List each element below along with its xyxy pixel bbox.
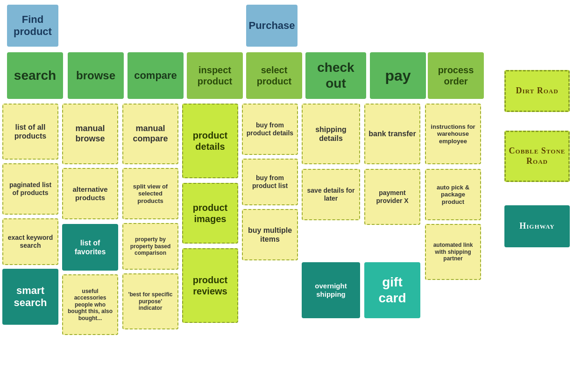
buy-multiple: buy multiple items — [242, 209, 298, 260]
save-details-later: save details for later — [302, 169, 360, 220]
bank-transfer: bank transfer — [364, 104, 420, 164]
buy-from-list: buy from product list — [242, 159, 298, 205]
inspect-product: inspect product — [187, 52, 243, 99]
browse: browse — [68, 52, 124, 99]
process-order: process order — [428, 52, 484, 99]
payment-provider: payment provider X — [364, 169, 420, 225]
compare: compare — [128, 52, 184, 99]
highway: Highway — [504, 205, 570, 247]
find-product: Find product — [7, 5, 58, 47]
gift-card: gift card — [364, 262, 420, 318]
list-all-products: list of all products — [2, 104, 58, 160]
best-purpose: 'best for specific purpose' indicator — [122, 273, 178, 329]
product-reviews: product reviews — [182, 248, 238, 323]
paginated-list: paginated list of products — [2, 163, 58, 215]
automated-link: automated link with shipping partner — [425, 224, 481, 280]
check-out: check out — [305, 52, 366, 99]
property-comparison: property by property based comparison — [122, 223, 178, 270]
auto-pick-package: auto pick & package product — [425, 169, 481, 220]
pay: pay — [370, 52, 426, 99]
alternative-products: alternative products — [62, 168, 118, 219]
exact-keyword: exact keyword search — [2, 218, 58, 265]
cobble-stone-road: Cobble Stone Road — [504, 131, 570, 182]
shipping-details: shipping details — [302, 104, 360, 164]
purchase: Purchase — [246, 5, 298, 47]
instructions-warehouse: instructions for warehouse employee — [425, 104, 481, 164]
split-view: split view of selected products — [122, 168, 178, 219]
accessories: useful accessories people who bought thi… — [62, 274, 118, 335]
list-favorites: list of favorites — [62, 224, 118, 271]
board: Find productPurchasesearchbrowsecomparei… — [0, 0, 588, 370]
select-product: select product — [246, 52, 302, 99]
buy-from-details: buy from product details — [242, 104, 298, 155]
product-images: product images — [182, 183, 238, 244]
manual-compare: manual compare — [122, 104, 178, 164]
overnight-shipping: overnight shipping — [302, 262, 360, 318]
manual-browse: manual browse — [62, 104, 118, 164]
product-details: product details — [182, 104, 238, 178]
dirt-road: Dirt Road — [504, 70, 570, 112]
smart-search: smart search — [2, 269, 58, 325]
search: search — [7, 52, 63, 99]
